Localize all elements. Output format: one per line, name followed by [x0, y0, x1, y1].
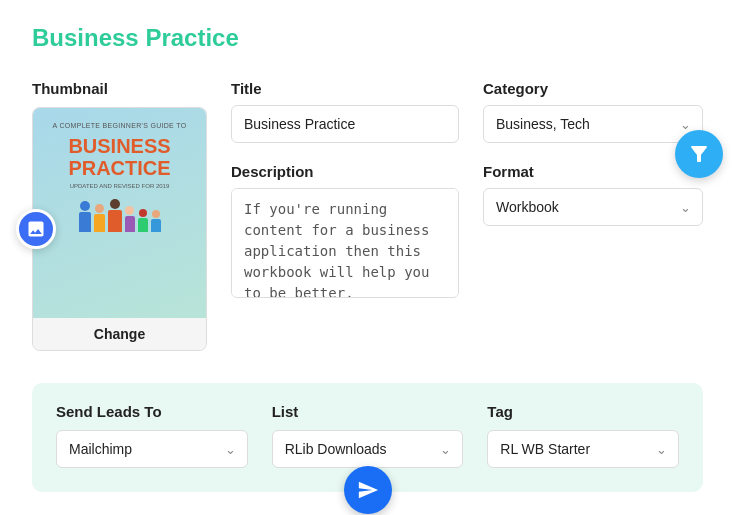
- title-label: Title: [231, 80, 459, 97]
- book-edition: UPDATED AND REVISED FOR 2019: [70, 183, 170, 189]
- tag-label: Tag: [487, 403, 679, 420]
- people-scene: [79, 199, 161, 232]
- format-section: Format Workbook PDF Video Audio ⌄: [483, 163, 703, 226]
- description-input[interactable]: If you're running content for a business…: [231, 188, 459, 298]
- list-col: List RLib Downloads All Subscribers New …: [272, 403, 464, 468]
- format-label: Format: [483, 163, 703, 180]
- book-title: BUSINESS PRACTICE: [68, 135, 170, 179]
- send-leads-col: Send Leads To Mailchimp Salesforce HubSp…: [56, 403, 248, 468]
- person-1: [79, 201, 91, 232]
- thumbnail-column: Thumbnail A COMPLETE BEGINNER'S GUIDE TO…: [32, 80, 207, 351]
- list-label: List: [272, 403, 464, 420]
- category-section: Category Business, Tech Technology Finan…: [483, 80, 703, 143]
- category-select-wrapper: Business, Tech Technology Finance Market…: [483, 105, 703, 143]
- tag-select-wrapper: RL WB Starter RL WB Advanced New User ⌄: [487, 430, 679, 468]
- book-subtitle: A COMPLETE BEGINNER'S GUIDE TO: [53, 122, 187, 129]
- person-4: [125, 206, 135, 232]
- title-input[interactable]: [231, 105, 459, 143]
- title-section: Title: [231, 80, 459, 143]
- leads-section: Send Leads To Mailchimp Salesforce HubSp…: [32, 383, 703, 492]
- format-select[interactable]: Workbook PDF Video Audio: [483, 188, 703, 226]
- person-5: [138, 209, 148, 232]
- send-leads-select[interactable]: Mailchimp Salesforce HubSpot: [56, 430, 248, 468]
- thumbnail-box: A COMPLETE BEGINNER'S GUIDE TO BUSINESS …: [32, 107, 207, 351]
- change-label[interactable]: Change: [33, 318, 206, 350]
- thumbnail-image: A COMPLETE BEGINNER'S GUIDE TO BUSINESS …: [33, 108, 206, 318]
- description-label: Description: [231, 163, 459, 180]
- thumbnail-card: A COMPLETE BEGINNER'S GUIDE TO BUSINESS …: [32, 107, 207, 351]
- top-section: Thumbnail A COMPLETE BEGINNER'S GUIDE TO…: [32, 80, 703, 351]
- description-section: Description If you're running content fo…: [231, 163, 459, 302]
- change-image-button[interactable]: [16, 209, 56, 249]
- filter-button[interactable]: [675, 130, 723, 178]
- person-3: [108, 199, 122, 232]
- category-select[interactable]: Business, Tech Technology Finance Market…: [483, 105, 703, 143]
- middle-column: Title Description If you're running cont…: [231, 80, 459, 302]
- format-select-wrapper: Workbook PDF Video Audio ⌄: [483, 188, 703, 226]
- send-button[interactable]: [344, 466, 392, 514]
- tag-col: Tag RL WB Starter RL WB Advanced New Use…: [487, 403, 679, 468]
- send-leads-label: Send Leads To: [56, 403, 248, 420]
- tag-select[interactable]: RL WB Starter RL WB Advanced New User: [487, 430, 679, 468]
- person-6: [151, 210, 161, 232]
- list-select-wrapper: RLib Downloads All Subscribers New Leads…: [272, 430, 464, 468]
- category-label: Category: [483, 80, 703, 97]
- thumbnail-label: Thumbnail: [32, 80, 108, 97]
- page-title: Business Practice: [32, 24, 703, 52]
- send-leads-select-wrapper: Mailchimp Salesforce HubSpot ⌄: [56, 430, 248, 468]
- right-column: Category Business, Tech Technology Finan…: [483, 80, 703, 226]
- list-select[interactable]: RLib Downloads All Subscribers New Leads: [272, 430, 464, 468]
- person-2: [94, 204, 105, 232]
